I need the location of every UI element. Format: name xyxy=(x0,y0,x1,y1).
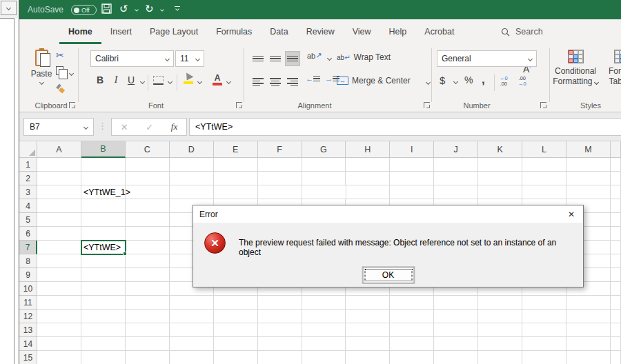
cell-E15[interactable] xyxy=(214,351,258,364)
tab-insert[interactable]: Insert xyxy=(101,19,141,44)
cell-partial[interactable] xyxy=(611,158,621,172)
cell-B3[interactable]: <YTtWE_1> xyxy=(81,185,126,199)
underline-button[interactable]: U xyxy=(126,74,136,85)
cell-A1[interactable] xyxy=(37,158,81,172)
cell-partial[interactable] xyxy=(611,185,621,199)
cell-H1[interactable] xyxy=(346,158,390,172)
align-middle-button[interactable] xyxy=(268,51,283,66)
cell-B6[interactable] xyxy=(81,227,126,241)
cell-C15[interactable] xyxy=(126,351,170,364)
autosave-toggle[interactable]: Off xyxy=(71,5,97,15)
undo-icon[interactable]: ↺ xyxy=(119,3,128,14)
increase-decimal-button[interactable]: ←0.00 xyxy=(500,76,508,87)
cell-I13[interactable] xyxy=(390,323,434,337)
column-header-E[interactable]: E xyxy=(214,141,258,158)
tab-help[interactable]: Help xyxy=(380,19,416,44)
row-header-12[interactable]: 12 xyxy=(19,310,37,323)
cell-C12[interactable] xyxy=(126,310,170,323)
cell-partial[interactable] xyxy=(611,241,621,254)
cell-L11[interactable] xyxy=(522,296,566,310)
row-header-4[interactable]: 4 xyxy=(19,199,37,213)
align-bottom-button[interactable] xyxy=(285,51,300,66)
cell-L14[interactable] xyxy=(522,337,566,351)
cell-B15[interactable] xyxy=(81,351,126,364)
underline-dropdown-icon[interactable] xyxy=(140,79,145,84)
borders-icon[interactable] xyxy=(153,76,164,85)
cell-J3[interactable] xyxy=(434,185,478,199)
align-right-button[interactable] xyxy=(285,74,300,90)
font-dialog-launcher-icon[interactable] xyxy=(236,102,242,108)
cell-B5[interactable] xyxy=(81,213,126,227)
column-header-J[interactable]: J xyxy=(434,141,478,158)
column-header-L[interactable]: L xyxy=(522,141,566,158)
formula-bar-grip[interactable]: ⋮ xyxy=(98,121,107,131)
column-header-G[interactable]: G xyxy=(302,141,346,158)
cell-partial[interactable] xyxy=(611,199,621,213)
column-header-K[interactable]: K xyxy=(478,141,522,158)
cell-C11[interactable] xyxy=(126,296,170,310)
cell-A12[interactable] xyxy=(37,310,81,323)
cell-D14[interactable] xyxy=(170,337,214,351)
cell-L3[interactable] xyxy=(522,185,566,199)
column-header-B[interactable]: B xyxy=(81,141,126,158)
cell-A8[interactable] xyxy=(37,254,81,268)
tab-data[interactable]: Data xyxy=(261,19,297,44)
cell-partial[interactable] xyxy=(611,172,621,185)
borders-dropdown-icon[interactable] xyxy=(168,79,172,84)
cell-K1[interactable] xyxy=(478,158,522,172)
tab-acrobat[interactable]: Acrobat xyxy=(415,19,463,44)
cell-G15[interactable] xyxy=(302,351,346,364)
cell-G12[interactable] xyxy=(302,310,346,323)
cell-H2[interactable] xyxy=(346,172,390,185)
cell-L1[interactable] xyxy=(522,158,566,172)
cell-partial[interactable] xyxy=(611,282,621,296)
cell-B1[interactable] xyxy=(81,158,126,172)
cell-K11[interactable] xyxy=(478,296,522,310)
fill-color-icon[interactable] xyxy=(184,74,193,84)
cell-A2[interactable] xyxy=(37,172,81,185)
cell-K2[interactable] xyxy=(478,172,522,185)
cell-C4[interactable] xyxy=(126,199,170,213)
cell-G11[interactable] xyxy=(302,296,346,310)
ok-button[interactable]: OK xyxy=(362,267,414,283)
redo-dropdown-icon[interactable] xyxy=(160,8,164,12)
redo-icon[interactable]: ↻ xyxy=(145,3,154,14)
cell-M1[interactable] xyxy=(566,158,611,172)
cell-K3[interactable] xyxy=(478,185,522,199)
cell-A13[interactable] xyxy=(37,323,81,337)
cell-A9[interactable] xyxy=(37,268,81,282)
cell-E11[interactable] xyxy=(214,296,258,310)
row-header-1[interactable]: 1 xyxy=(19,158,37,172)
cell-J14[interactable] xyxy=(434,337,478,351)
copy-dropdown-icon[interactable] xyxy=(69,71,74,76)
cell-L13[interactable] xyxy=(522,323,566,337)
tab-home[interactable]: Home xyxy=(59,19,101,44)
cell-J11[interactable] xyxy=(434,296,478,310)
cell-partial[interactable] xyxy=(611,351,621,364)
cell-K13[interactable] xyxy=(478,323,522,337)
italic-button[interactable]: I xyxy=(111,74,121,85)
row-header-11[interactable]: 11 xyxy=(19,296,37,310)
cell-partial[interactable] xyxy=(611,323,621,337)
cell-I15[interactable] xyxy=(390,351,434,364)
row-header-2[interactable]: 2 xyxy=(19,172,37,185)
cell-L12[interactable] xyxy=(522,310,566,323)
cell-J2[interactable] xyxy=(434,172,478,185)
cell-L15[interactable] xyxy=(522,351,566,364)
cell-G1[interactable] xyxy=(302,158,346,172)
cell-I11[interactable] xyxy=(390,296,434,310)
cell-I14[interactable] xyxy=(390,337,434,351)
cell-M3[interactable] xyxy=(566,185,611,199)
cell-D11[interactable] xyxy=(170,296,214,310)
cell-D12[interactable] xyxy=(170,310,214,323)
cell-H12[interactable] xyxy=(346,310,390,323)
cell-F13[interactable] xyxy=(258,323,302,337)
column-header-C[interactable]: C xyxy=(126,141,170,158)
row-header-7[interactable]: 7 xyxy=(19,241,37,254)
cell-A3[interactable] xyxy=(37,185,81,199)
font-color-dropdown-icon[interactable] xyxy=(226,79,231,84)
cell-L2[interactable] xyxy=(522,172,566,185)
cell-H11[interactable] xyxy=(346,296,390,310)
cell-F14[interactable] xyxy=(258,337,302,351)
comma-button[interactable]: , xyxy=(482,73,485,87)
